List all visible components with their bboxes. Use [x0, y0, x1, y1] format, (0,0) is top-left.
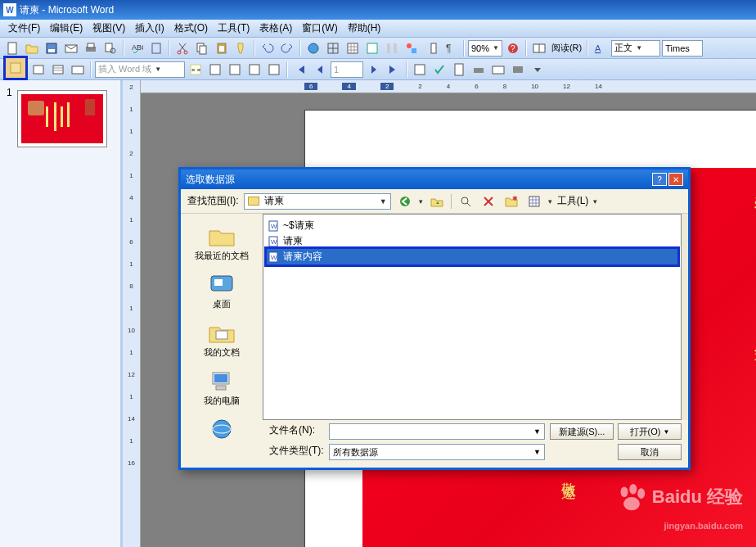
redo-icon[interactable]	[278, 39, 296, 57]
cut-icon[interactable]	[173, 39, 191, 57]
card-text-bottom: 敬邀	[559, 471, 578, 477]
file-item[interactable]: W ~$请柬	[267, 218, 677, 233]
search-web-icon[interactable]	[457, 192, 475, 210]
look-in-combo[interactable]: 请柬 ▼	[244, 193, 391, 210]
font-combo[interactable]: Times	[662, 40, 703, 57]
svg-rect-55	[216, 386, 226, 390]
open-icon[interactable]	[23, 39, 41, 57]
place-mydocs[interactable]: 我的文档	[200, 317, 243, 362]
svg-rect-45	[513, 66, 523, 73]
setup-document-icon[interactable]	[3, 56, 28, 80]
merge-new-doc-icon[interactable]	[450, 61, 468, 79]
merge-printer-icon[interactable]	[470, 61, 488, 79]
greeting-icon[interactable]	[245, 61, 263, 79]
up-folder-icon[interactable]	[428, 192, 446, 210]
check-errors-icon[interactable]	[430, 61, 448, 79]
open-datasource-icon[interactable]	[29, 61, 47, 79]
doc-map-icon[interactable]	[422, 39, 440, 57]
print-preview-icon[interactable]	[101, 39, 119, 57]
format-style-icon[interactable]: A	[592, 39, 610, 57]
menu-window[interactable]: 窗口(W)	[297, 21, 342, 35]
menu-help[interactable]: 帮助(H)	[343, 21, 386, 35]
filename-input[interactable]: ▼	[329, 423, 545, 440]
watermark: Baidu 经验 jingyan.baidu.com	[616, 483, 743, 534]
page-number: 1	[7, 87, 12, 98]
paste-icon[interactable]	[213, 39, 231, 57]
format-painter-icon[interactable]	[232, 39, 250, 57]
copy-icon[interactable]	[193, 39, 211, 57]
new-folder-icon[interactable]: ✱	[502, 192, 520, 210]
insert-excel-icon[interactable]	[363, 39, 381, 57]
file-item-selected[interactable]: W 请柬内容	[267, 249, 677, 264]
style-combo[interactable]: 正文▼	[611, 40, 660, 57]
dialog-help-icon[interactable]: ?	[652, 173, 667, 186]
find-entry-icon[interactable]	[411, 61, 429, 79]
page-thumbnail[interactable]	[17, 90, 107, 147]
dialog-close-icon[interactable]: ✕	[668, 173, 683, 186]
menu-format[interactable]: 格式(O)	[169, 21, 213, 35]
filetype-input[interactable]: 所有数据源▼	[329, 444, 545, 460]
menu-insert[interactable]: 插入(I)	[130, 21, 169, 35]
menu-table[interactable]: 表格(A)	[254, 21, 297, 35]
views-icon[interactable]	[525, 192, 543, 210]
new-source-button[interactable]: 新建源(S)...	[550, 423, 614, 440]
save-icon[interactable]	[43, 39, 61, 57]
next-record-icon[interactable]	[365, 61, 383, 79]
address-block-icon[interactable]	[226, 61, 244, 79]
merge-fax-icon[interactable]	[509, 61, 527, 79]
filetype-label: 文件类型(T):	[269, 444, 324, 458]
merge-email-icon[interactable]	[489, 61, 507, 79]
hyperlink-icon[interactable]	[304, 39, 322, 57]
insert-table-icon[interactable]	[344, 39, 362, 57]
spellcheck-icon[interactable]: ABC	[128, 39, 146, 57]
open-button[interactable]: 打开(O)▼	[618, 423, 682, 440]
insert-word-field-combo[interactable]: 插入 Word 域▼	[95, 61, 185, 78]
menu-file[interactable]: 文件(F)	[3, 21, 45, 35]
svg-rect-0	[8, 43, 16, 54]
menu-view[interactable]: 视图(V)	[88, 21, 130, 35]
card-text-1b: 仪式	[752, 332, 756, 338]
tools-menu[interactable]: 工具(L)	[557, 194, 589, 208]
first-record-icon[interactable]	[291, 61, 309, 79]
card-text-1a: 牵行	[752, 184, 756, 191]
new-doc-icon[interactable]	[3, 39, 21, 57]
help-icon[interactable]: ?	[504, 39, 522, 57]
place-mycomputer[interactable]: 我的电脑	[200, 365, 243, 410]
back-icon[interactable]	[396, 192, 414, 210]
drawing-icon[interactable]	[403, 39, 421, 57]
file-item[interactable]: W 请柬	[267, 233, 677, 249]
last-record-icon[interactable]	[385, 61, 403, 79]
place-recent[interactable]: 我最近的文档	[191, 220, 252, 265]
toolbar-options-icon[interactable]	[529, 61, 547, 79]
columns-icon[interactable]	[383, 39, 401, 57]
show-marks-icon[interactable]: ¶	[442, 39, 460, 57]
mail-recipients-icon[interactable]	[49, 61, 67, 79]
record-number[interactable]: 1	[331, 61, 363, 78]
read-mode-label[interactable]: 阅读(R)	[550, 42, 583, 54]
prev-record-icon[interactable]	[311, 61, 329, 79]
menu-edit[interactable]: 编辑(E)	[45, 21, 88, 35]
insert-merge-field-icon[interactable]	[265, 61, 283, 79]
file-list[interactable]: W ~$请柬 W 请柬 W 请柬内容	[263, 214, 682, 420]
svg-text:W: W	[271, 254, 277, 261]
svg-rect-19	[367, 43, 377, 53]
svg-rect-13	[200, 46, 206, 54]
read-mode-icon[interactable]	[530, 39, 548, 57]
svg-rect-33	[53, 66, 63, 74]
delete-icon[interactable]	[479, 192, 497, 210]
svg-point-67	[623, 497, 640, 510]
tables-borders-icon[interactable]	[324, 39, 342, 57]
menu-tools[interactable]: 工具(T)	[213, 21, 254, 35]
highlight-merge-icon[interactable]: « »	[187, 61, 205, 79]
cancel-button[interactable]: 取消	[618, 444, 682, 460]
envelopes-icon[interactable]	[69, 61, 87, 79]
research-icon[interactable]	[147, 39, 165, 57]
undo-icon[interactable]	[259, 39, 277, 57]
place-desktop[interactable]: 桌面	[204, 269, 240, 314]
watermark-brand: Baidu 经验	[652, 486, 743, 507]
zoom-combo[interactable]: 90%▼	[468, 40, 502, 57]
print-icon[interactable]	[82, 39, 100, 57]
email-icon[interactable]	[62, 39, 80, 57]
match-fields-icon[interactable]	[206, 61, 224, 79]
filename-label: 文件名(N):	[269, 423, 324, 437]
